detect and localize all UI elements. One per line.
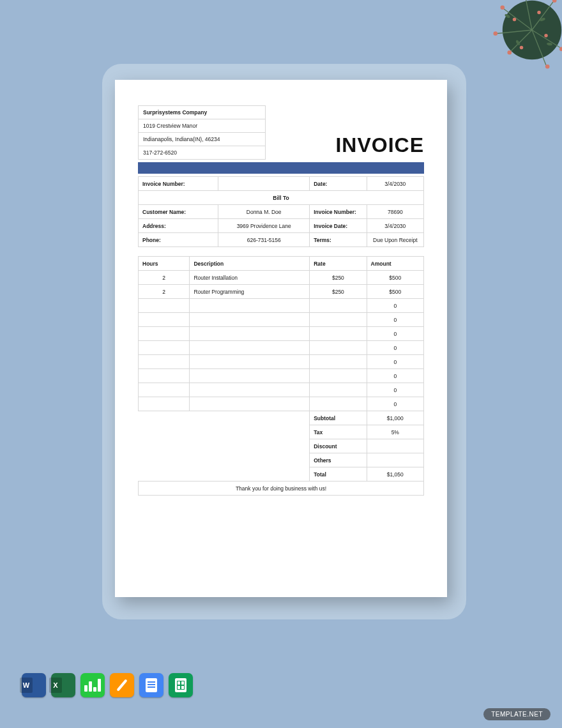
table-row: 2Router Programming$250$500 [139,285,424,299]
table-row: 0 [139,383,424,397]
svg-point-1 [501,6,505,10]
invoice-document: Surprisystems Company 1019 Crestview Man… [115,80,447,597]
cell-amount: $500 [367,285,423,299]
svg-point-9 [537,11,541,15]
svg-point-8 [513,18,517,22]
others-label: Others [310,453,367,467]
discount-row: Discount [139,439,424,453]
cell-hours [139,313,190,327]
pages-icon[interactable] [110,673,134,697]
cell-hours: 2 [139,271,190,285]
cell-hours [139,383,190,397]
table-row: 0 [139,369,424,383]
invoice-header-table: Invoice Number: Date: 3/4/2030 Bill To C… [138,176,424,247]
cell-hours [139,397,190,411]
address-value: 3969 Providence Lane [218,219,310,233]
cell-rate [310,383,367,397]
cell-rate [310,397,367,411]
total-value: $1,050 [367,467,423,482]
terms-label: Terms: [310,233,367,247]
subtotal-label: Subtotal [310,411,367,425]
cell-rate [310,369,367,383]
subtotal-row: Subtotal $1,000 [139,411,424,425]
cell-amount: 0 [367,299,423,313]
others-value [367,453,423,467]
google-sheets-icon[interactable] [169,673,193,697]
col-hours: Hours [139,257,190,271]
company-address-1: 1019 Crestview Manor [139,119,265,133]
google-docs-icon[interactable] [139,673,163,697]
cell-amount: 0 [367,397,423,411]
bill-invoice-number-label: Invoice Number: [310,205,367,219]
cell-amount: 0 [367,341,423,355]
cell-description [190,369,310,383]
bill-to-header: Bill To [139,191,424,205]
cell-rate [310,327,367,341]
customer-name-value: Donna M. Doe [218,205,310,219]
col-amount: Amount [367,257,423,271]
table-row: 2Router Installation$250$500 [139,271,424,285]
table-row: 0 [139,341,424,355]
cell-description [190,341,310,355]
table-row: 0 [139,313,424,327]
cell-amount: $500 [367,271,423,285]
table-row: 0 [139,327,424,341]
table-row: 0 [139,299,424,313]
address-label: Address: [139,219,218,233]
invoice-number-label: Invoice Number: [139,177,218,191]
svg-point-10 [520,46,524,50]
terms-value: Due Upon Receipt [367,233,423,247]
format-icons-row: W X [22,673,193,697]
invoice-number-value [218,177,310,191]
date-label: Date: [310,177,367,191]
watermark-badge: TEMPLATE.NET [483,708,551,720]
svg-point-7 [545,64,550,69]
cell-rate [310,341,367,355]
date-value: 3/4/2030 [367,177,423,191]
table-row: 0 [139,397,424,411]
cell-amount: 0 [367,383,423,397]
cell-amount: 0 [367,327,423,341]
accent-bar [138,162,424,174]
thank-you-note: Thank you for doing business with us! [139,482,424,496]
customer-name-label: Customer Name: [139,205,218,219]
phone-value: 626-731-5156 [218,233,310,247]
svg-point-3 [494,31,498,36]
cell-description [190,383,310,397]
cell-amount: 0 [367,355,423,369]
cell-rate [310,313,367,327]
cell-rate [310,299,367,313]
word-icon[interactable]: W [22,673,46,697]
numbers-icon[interactable] [80,673,105,697]
cell-description [190,313,310,327]
cell-description: Router Installation [190,271,310,285]
discount-label: Discount [310,439,367,453]
footer-row: Thank you for doing business with us! [139,482,424,496]
line-items-table: Hours Description Rate Amount 2Router In… [138,256,424,496]
cell-rate: $250 [310,285,367,299]
cell-hours [139,327,190,341]
invoice-date-value: 3/4/2030 [367,219,423,233]
cell-rate [310,355,367,369]
total-row: Total $1,050 [139,467,424,482]
invoice-title: INVOICE [335,133,424,160]
subtotal-value: $1,000 [367,411,423,425]
excel-icon[interactable]: X [51,673,75,697]
bill-invoice-number-value: 78690 [367,205,423,219]
svg-point-11 [544,34,548,38]
tax-row: Tax 5% [139,425,424,439]
invoice-date-label: Invoice Date: [310,219,367,233]
phone-label: Phone: [139,233,218,247]
cell-hours: 2 [139,285,190,299]
cell-description [190,355,310,369]
discount-value [367,439,423,453]
total-label: Total [310,467,367,482]
tax-label: Tax [310,425,367,439]
cell-hours [139,355,190,369]
cell-hours [139,341,190,355]
company-name: Surprisystems Company [139,106,265,119]
col-description: Description [190,257,310,271]
svg-point-2 [508,50,512,55]
others-row: Others [139,453,424,467]
cell-hours [139,299,190,313]
